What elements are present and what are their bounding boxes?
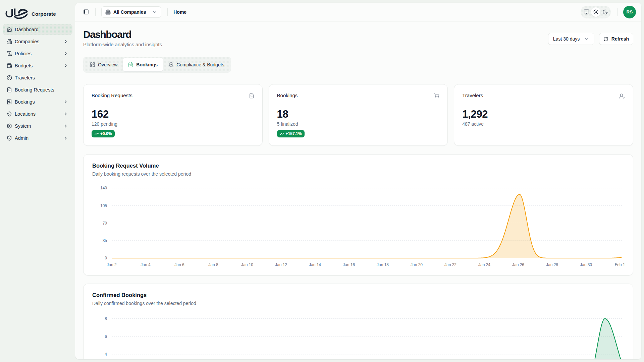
svg-text:Jan 26: Jan 26 <box>512 262 524 267</box>
svg-text:Jan 22: Jan 22 <box>444 262 457 267</box>
svg-text:140: 140 <box>100 186 107 190</box>
svg-text:35: 35 <box>103 238 107 243</box>
svg-text:Jan 10: Jan 10 <box>241 262 253 267</box>
svg-text:8: 8 <box>105 316 107 321</box>
svg-text:Jan 2: Jan 2 <box>107 262 117 267</box>
svg-text:Feb 1: Feb 1 <box>615 262 625 267</box>
svg-text:Jan 14: Jan 14 <box>309 262 321 267</box>
svg-text:Jan 20: Jan 20 <box>411 262 423 267</box>
svg-text:Jan 8: Jan 8 <box>208 262 218 267</box>
svg-text:105: 105 <box>100 203 107 208</box>
svg-text:Jan 16: Jan 16 <box>343 262 355 267</box>
svg-text:Jan 4: Jan 4 <box>141 262 151 267</box>
svg-text:6: 6 <box>105 334 107 339</box>
svg-text:70: 70 <box>103 221 107 226</box>
svg-text:Jan 28: Jan 28 <box>546 262 558 267</box>
svg-text:Jan 30: Jan 30 <box>580 262 592 267</box>
svg-text:Jan 12: Jan 12 <box>275 262 287 267</box>
svg-text:Jan 24: Jan 24 <box>478 262 490 267</box>
svg-text:Jan 18: Jan 18 <box>377 262 389 267</box>
svg-text:Jan 6: Jan 6 <box>174 262 184 267</box>
svg-text:4: 4 <box>105 352 107 357</box>
svg-text:0: 0 <box>105 256 107 260</box>
